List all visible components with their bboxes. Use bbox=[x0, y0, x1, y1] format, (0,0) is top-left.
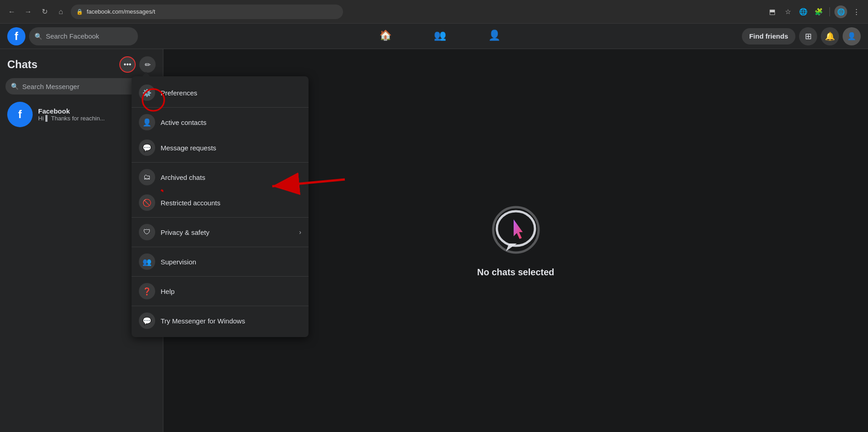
puzzle-icon[interactable]: 🧩 bbox=[812, 5, 825, 18]
message-requests-label: Message requests bbox=[161, 144, 301, 152]
nav-profile-button[interactable]: 👤 bbox=[469, 25, 520, 47]
preferences-label: Preferences bbox=[161, 89, 301, 97]
profile-avatar-button[interactable]: 👤 bbox=[843, 27, 861, 45]
preferences-icon: ⚙️ bbox=[139, 84, 155, 101]
chats-title: Chats bbox=[7, 58, 38, 71]
bookmark-icon[interactable]: ☆ bbox=[781, 5, 794, 18]
notifications-button[interactable]: 🔔 bbox=[821, 27, 839, 45]
dropdown-item-restricted-accounts[interactable]: 🚫 Restricted accounts bbox=[132, 190, 309, 215]
dropdown-item-message-requests[interactable]: 💬 Message requests bbox=[132, 135, 309, 160]
grid-icon-button[interactable]: ⊞ bbox=[799, 27, 817, 45]
no-chats-label: No chats selected bbox=[477, 267, 554, 278]
nav-friends-button[interactable]: 👥 bbox=[415, 25, 466, 47]
restricted-accounts-label: Restricted accounts bbox=[161, 199, 301, 207]
sidebar-header-icons: ••• ✏ bbox=[119, 56, 156, 73]
address-bar-icon: 🔒 bbox=[76, 9, 83, 15]
dropdown-caret bbox=[142, 72, 151, 77]
help-icon: ❓ bbox=[139, 283, 155, 299]
search-messenger-placeholder: Search Messenger bbox=[22, 83, 79, 90]
facebook-nav-right: Find friends ⊞ 🔔 👤 bbox=[742, 27, 861, 45]
find-friends-button[interactable]: Find friends bbox=[742, 28, 795, 45]
address-bar[interactable]: 🔒 facebook.com/messages/t bbox=[71, 5, 343, 19]
dropdown-item-preferences[interactable]: ⚙️ Preferences bbox=[132, 80, 309, 105]
forward-button[interactable]: → bbox=[22, 5, 34, 18]
browser-profile-avatar[interactable]: 🌐 bbox=[834, 5, 847, 18]
try-messenger-icon: 💬 bbox=[139, 313, 155, 329]
reload-button[interactable]: ↻ bbox=[38, 5, 51, 18]
facebook-nav-center: 🏠 👥 👤 bbox=[138, 25, 742, 47]
browser-right-icons: ⬒ ☆ 🌐 🧩 🌐 ⋮ bbox=[766, 5, 863, 18]
sidebar: Chats ••• ✏ 🔍 Search Messenger f Faceboo… bbox=[0, 49, 163, 432]
dropdown-item-archived-chats[interactable]: 🗂 Archived chats bbox=[132, 164, 309, 190]
privacy-safety-icon: 🛡 bbox=[139, 224, 155, 240]
new-chat-button[interactable]: ✏ bbox=[139, 56, 156, 73]
message-requests-icon: 💬 bbox=[139, 139, 155, 156]
main-layout: Chats ••• ✏ 🔍 Search Messenger f Faceboo… bbox=[0, 49, 868, 432]
restricted-accounts-icon: 🚫 bbox=[139, 194, 155, 211]
separator-5 bbox=[132, 276, 309, 277]
chat-avatar: f bbox=[7, 102, 33, 127]
separator-2 bbox=[132, 162, 309, 163]
separator-4 bbox=[132, 247, 309, 247]
supervision-icon: 👥 bbox=[139, 253, 155, 270]
facebook-logo[interactable]: f bbox=[7, 27, 25, 45]
nav-home-button[interactable]: 🏠 bbox=[360, 25, 411, 47]
address-bar-url: facebook.com/messages/t bbox=[87, 8, 155, 15]
active-contacts-icon: 👤 bbox=[139, 114, 155, 130]
archived-chats-icon: 🗂 bbox=[139, 169, 155, 185]
dropdown-menu: ⚙️ Preferences 👤 Active contacts 💬 Messa… bbox=[132, 76, 309, 337]
try-messenger-label: Try Messenger for Windows bbox=[161, 317, 301, 325]
cast-icon[interactable]: ⬒ bbox=[766, 5, 779, 18]
supervision-label: Supervision bbox=[161, 258, 301, 266]
sidebar-header: Chats ••• ✏ bbox=[0, 55, 163, 76]
privacy-safety-chevron-icon: › bbox=[299, 228, 301, 236]
search-icon: 🔍 bbox=[34, 33, 42, 40]
archived-chats-label: Archived chats bbox=[161, 174, 301, 181]
svg-marker-5 bbox=[514, 219, 523, 239]
home-button[interactable]: ⌂ bbox=[54, 5, 67, 18]
dropdown-item-try-messenger[interactable]: 💬 Try Messenger for Windows bbox=[132, 308, 309, 333]
browser-menu-icon[interactable]: ⋮ bbox=[850, 5, 863, 18]
back-button[interactable]: ← bbox=[5, 5, 18, 18]
active-contacts-label: Active contacts bbox=[161, 119, 301, 126]
separator-6 bbox=[132, 306, 309, 306]
facebook-header: f 🔍 Search Facebook 🏠 👥 👤 Find friends ⊞… bbox=[0, 24, 868, 49]
dropdown-item-active-contacts[interactable]: 👤 Active contacts bbox=[132, 109, 309, 135]
dropdown-item-privacy-safety[interactable]: 🛡 Privacy & safety › bbox=[132, 219, 309, 245]
search-placeholder-text: Search Facebook bbox=[46, 32, 99, 40]
more-options-button[interactable]: ••• bbox=[119, 56, 136, 73]
dropdown-item-supervision[interactable]: 👥 Supervision bbox=[132, 249, 309, 274]
search-messenger-icon: 🔍 bbox=[11, 83, 19, 90]
help-label: Help bbox=[161, 288, 301, 295]
browser-chrome: ← → ↻ ⌂ 🔒 facebook.com/messages/t ⬒ ☆ 🌐 … bbox=[0, 0, 868, 24]
extensions-icon[interactable]: 🌐 bbox=[797, 5, 809, 18]
separator-1 bbox=[132, 107, 309, 108]
messenger-logo bbox=[489, 204, 543, 258]
divider bbox=[829, 7, 830, 16]
dropdown-item-help[interactable]: ❓ Help bbox=[132, 278, 309, 304]
facebook-search-bar[interactable]: 🔍 Search Facebook bbox=[29, 27, 138, 45]
privacy-safety-label: Privacy & safety bbox=[161, 228, 294, 236]
separator-3 bbox=[132, 217, 309, 218]
